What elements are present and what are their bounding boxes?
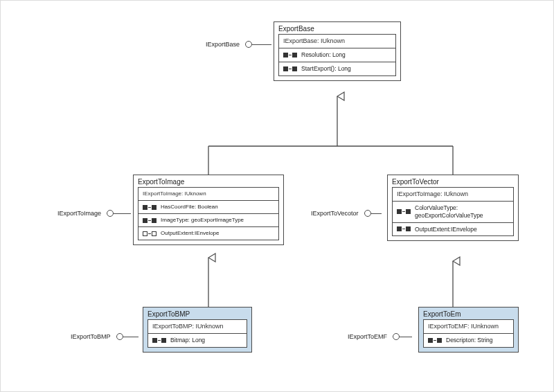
interface-lollipop-export-to-image: IExportToImage — [57, 210, 131, 217]
barbell-icon — [397, 226, 411, 231]
interface-lollipop-export-to-vector: IExportToVecotor — [311, 210, 382, 217]
lollipop-circle-icon — [116, 333, 123, 340]
property-row: Bitmap: Long — [148, 334, 247, 347]
barbell-icon — [283, 66, 297, 71]
lollipop-line — [400, 337, 412, 337]
property-text: OutputExtent:IEnvelope — [161, 230, 220, 237]
class-title: ExportToEm — [419, 308, 518, 319]
barbell-icon — [143, 218, 157, 223]
barbell-icon — [397, 209, 411, 214]
class-compartments: IExportToImage: IUknown ColorValueType: … — [392, 187, 514, 236]
class-export-to-bmp[interactable]: ExportToBMP IExportToBMP: IUnknown Bitma… — [143, 307, 252, 353]
property-row: Descripton: String — [424, 334, 513, 347]
property-text: OutputExtent:IEnvelope — [415, 226, 477, 233]
lollipop-circle-icon — [393, 333, 400, 340]
barbell-icon — [283, 53, 297, 57]
class-compartments: IExportToImage: IUknown HasCoordFile: Bo… — [138, 187, 279, 240]
property-row: OutputExtent:IEnvelope — [393, 223, 513, 236]
barbell-icon — [428, 338, 442, 343]
property-row: StartExport(): Long — [279, 62, 395, 75]
class-title: ExportBase — [274, 22, 400, 34]
property-row: HasCoordFile: Boolean — [138, 201, 278, 214]
lollipop-line — [252, 44, 271, 45]
property-row: ImageType: geoExportImageType — [138, 214, 278, 227]
property-text: Bitmap: Long — [170, 337, 205, 344]
interface-head: IExportToBMP: IUnknown — [148, 320, 247, 334]
class-compartments: IExportToBMP: IUnknown Bitmap: Long — [148, 319, 247, 348]
lollipop-label: IExportToEMF — [348, 333, 387, 340]
interface-head: IExportToEMF: IUnknown — [424, 320, 513, 334]
barbell-open-icon — [143, 231, 157, 236]
property-text: Resolution: Long — [301, 51, 346, 59]
diagram-canvas: ExportBase IExportBase: IUknown Resoluti… — [0, 0, 554, 392]
lollipop-line — [114, 213, 131, 214]
lollipop-label: IExportToVecotor — [311, 210, 359, 217]
property-text: Descripton: String — [446, 337, 493, 344]
interface-lollipop-export-to-emf: IExportToEMF — [348, 333, 412, 340]
class-export-to-image[interactable]: ExportToImage IExportToImage: IUknown Ha… — [133, 175, 284, 245]
lollipop-label: IExportBase — [206, 41, 240, 48]
barbell-icon — [152, 338, 166, 343]
class-title: ExportToImage — [134, 175, 283, 187]
property-text: HasCoordFile: Boolean — [161, 204, 218, 211]
lollipop-line — [123, 337, 138, 337]
class-export-to-vector[interactable]: ExportToVector IExportToImage: IUknown C… — [387, 175, 519, 241]
property-text: StartExport(): Long — [301, 65, 351, 73]
class-compartments: IExportToEMF: IUnknown Descripton: Strin… — [423, 319, 514, 348]
class-export-base[interactable]: ExportBase IExportBase: IUknown Resoluti… — [274, 21, 401, 81]
property-row: OutputExtent:IEnvelope — [138, 227, 278, 240]
lollipop-circle-icon — [107, 210, 114, 217]
lollipop-line — [371, 213, 382, 214]
interface-head: IExportToImage: IUknown — [138, 188, 278, 201]
interface-head: IExportToImage: IUknown — [393, 188, 513, 202]
property-text: ImageType: geoExportImageType — [161, 217, 244, 224]
interface-head: IExportBase: IUknown — [279, 35, 395, 48]
class-title: ExportToBMP — [143, 308, 251, 319]
barbell-icon — [143, 205, 157, 210]
property-row: Resolution: Long — [279, 48, 395, 62]
property-text: ColorValueType: geoExportColorValueType — [415, 204, 509, 219]
interface-lollipop-export-to-bmp: IExportToBMP — [71, 333, 138, 340]
lollipop-circle-icon — [245, 41, 252, 48]
lollipop-circle-icon — [364, 210, 371, 217]
lollipop-label: IExportToBMP — [71, 333, 111, 340]
class-export-to-em[interactable]: ExportToEm IExportToEMF: IUnknown Descri… — [418, 307, 519, 353]
class-title: ExportToVector — [388, 175, 518, 187]
class-compartments: IExportBase: IUknown Resolution: Long St… — [278, 34, 396, 76]
interface-lollipop-export-base: IExportBase — [206, 41, 271, 48]
property-row: ColorValueType: geoExportColorValueType — [393, 202, 513, 222]
lollipop-label: IExportToImage — [57, 210, 101, 217]
